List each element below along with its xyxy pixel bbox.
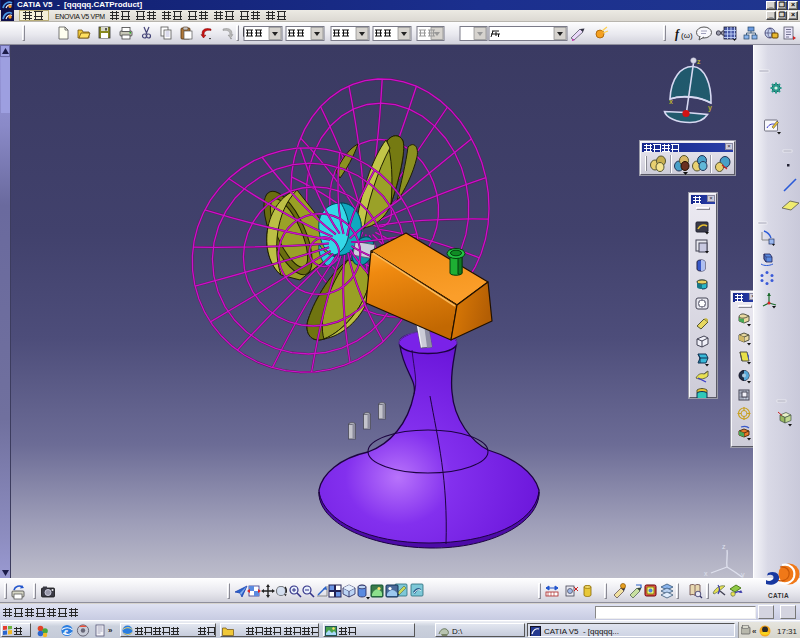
svg-text:f: f bbox=[675, 27, 680, 41]
svg-text:e: e bbox=[64, 626, 68, 636]
svg-text:y: y bbox=[741, 571, 745, 578]
svg-text:x: x bbox=[704, 570, 708, 577]
svg-text:z: z bbox=[722, 543, 726, 550]
svg-text:z: z bbox=[697, 58, 701, 65]
svg-text:x: x bbox=[669, 98, 673, 105]
svg-text:CATIA: CATIA bbox=[768, 592, 789, 599]
svg-text:«: « bbox=[752, 627, 757, 636]
svg-text:»: » bbox=[108, 626, 113, 635]
svg-text:(ω): (ω) bbox=[681, 31, 693, 40]
svg-text:y: y bbox=[708, 104, 712, 112]
